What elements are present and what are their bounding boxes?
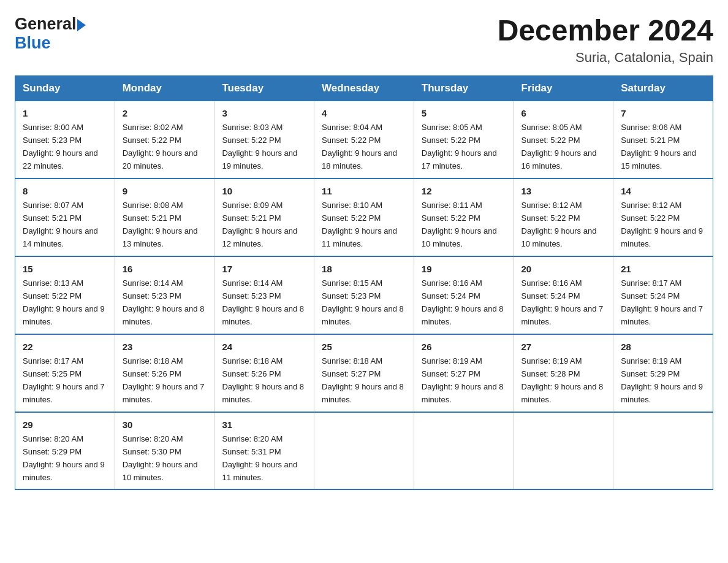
day-number: 3 [222,106,306,120]
day-daylight: Daylight: 9 hours and 9 minutes. [621,226,703,248]
calendar-week-row: 8Sunrise: 8:07 AMSunset: 5:21 PMDaylight… [15,178,713,256]
calendar-day-cell: 15Sunrise: 8:13 AMSunset: 5:22 PMDayligh… [15,256,115,334]
day-sunset: Sunset: 5:22 PM [123,136,181,145]
day-sunset: Sunset: 5:21 PM [23,213,82,223]
day-sunset: Sunset: 5:29 PM [23,447,82,456]
day-sunrise: Sunrise: 8:19 AM [422,356,482,366]
calendar-day-cell: 5Sunrise: 8:05 AMSunset: 5:22 PMDaylight… [414,101,514,178]
day-number: 4 [322,106,406,120]
day-sunrise: Sunrise: 8:07 AM [23,201,83,210]
day-sunrise: Sunrise: 8:04 AM [322,123,382,132]
calendar-day-cell: 13Sunrise: 8:12 AMSunset: 5:22 PMDayligh… [514,178,613,256]
day-number: 16 [123,262,207,276]
day-daylight: Daylight: 9 hours and 7 minutes. [621,304,703,326]
day-sunrise: Sunrise: 8:17 AM [621,278,681,288]
day-sunset: Sunset: 5:22 PM [422,136,480,145]
day-number: 23 [123,340,207,354]
day-daylight: Daylight: 9 hours and 9 minutes. [621,382,703,404]
calendar-day-cell: 30Sunrise: 8:20 AMSunset: 5:30 PMDayligh… [115,412,214,490]
day-sunset: Sunset: 5:31 PM [222,447,281,456]
calendar-day-cell: 25Sunrise: 8:18 AMSunset: 5:27 PMDayligh… [314,334,414,412]
calendar-day-cell: 9Sunrise: 8:08 AMSunset: 5:21 PMDaylight… [115,178,214,256]
calendar-day-cell: 1Sunrise: 8:00 AMSunset: 5:23 PMDaylight… [15,101,115,178]
day-sunrise: Sunrise: 8:09 AM [222,201,282,210]
day-number: 29 [23,418,107,432]
calendar-day-cell: 14Sunrise: 8:12 AMSunset: 5:22 PMDayligh… [613,178,713,256]
day-daylight: Daylight: 9 hours and 11 minutes. [222,460,297,482]
calendar-day-cell [514,412,613,490]
day-sunset: Sunset: 5:26 PM [222,369,281,378]
day-daylight: Daylight: 9 hours and 8 minutes. [521,382,604,404]
day-daylight: Daylight: 9 hours and 18 minutes. [322,148,397,170]
calendar-day-cell: 3Sunrise: 8:03 AMSunset: 5:22 PMDaylight… [214,101,314,178]
calendar-day-cell: 10Sunrise: 8:09 AMSunset: 5:21 PMDayligh… [214,178,314,256]
calendar-week-row: 22Sunrise: 8:17 AMSunset: 5:25 PMDayligh… [15,334,713,412]
col-monday: Monday [115,75,214,101]
logo-arrow-icon [77,19,86,31]
day-daylight: Daylight: 9 hours and 8 minutes. [422,382,504,404]
col-tuesday: Tuesday [214,75,314,101]
col-friday: Friday [514,75,613,101]
day-number: 18 [322,262,406,276]
day-sunset: Sunset: 5:21 PM [621,136,680,145]
calendar-day-cell: 24Sunrise: 8:18 AMSunset: 5:26 PMDayligh… [214,334,314,412]
day-number: 26 [422,340,506,354]
day-number: 5 [422,106,506,120]
day-daylight: Daylight: 9 hours and 7 minutes. [123,382,205,404]
day-number: 20 [521,262,606,276]
calendar-day-cell [314,412,414,490]
day-sunrise: Sunrise: 8:19 AM [521,356,582,366]
day-number: 8 [23,184,107,198]
day-sunset: Sunset: 5:23 PM [222,291,281,301]
calendar-day-cell: 28Sunrise: 8:19 AMSunset: 5:29 PMDayligh… [613,334,713,412]
day-sunset: Sunset: 5:24 PM [521,291,580,301]
day-daylight: Daylight: 9 hours and 16 minutes. [521,148,597,170]
day-sunset: Sunset: 5:26 PM [123,369,181,378]
day-sunset: Sunset: 5:22 PM [621,213,680,223]
day-sunset: Sunset: 5:21 PM [123,213,181,223]
day-sunrise: Sunrise: 8:14 AM [222,278,282,288]
calendar-day-cell: 2Sunrise: 8:02 AMSunset: 5:22 PMDaylight… [115,101,214,178]
day-sunrise: Sunrise: 8:18 AM [222,356,282,366]
day-sunrise: Sunrise: 8:11 AM [422,201,482,210]
day-sunrise: Sunrise: 8:12 AM [621,201,681,210]
calendar-day-cell [414,412,514,490]
day-daylight: Daylight: 9 hours and 7 minutes. [23,382,105,404]
day-sunrise: Sunrise: 8:05 AM [521,123,582,132]
calendar-table: Sunday Monday Tuesday Wednesday Thursday… [15,75,713,491]
day-sunrise: Sunrise: 8:20 AM [222,434,282,443]
day-daylight: Daylight: 9 hours and 20 minutes. [123,148,198,170]
day-sunrise: Sunrise: 8:03 AM [222,123,282,132]
day-daylight: Daylight: 9 hours and 12 minutes. [222,226,297,248]
day-number: 24 [222,340,306,354]
logo-blue-text: Blue [15,34,51,53]
day-sunrise: Sunrise: 8:14 AM [123,278,183,288]
day-sunset: Sunset: 5:30 PM [123,447,181,456]
calendar-day-cell: 31Sunrise: 8:20 AMSunset: 5:31 PMDayligh… [214,412,314,490]
day-sunset: Sunset: 5:23 PM [23,136,82,145]
day-sunset: Sunset: 5:27 PM [322,369,381,378]
day-sunrise: Sunrise: 8:08 AM [123,201,183,210]
day-number: 25 [322,340,406,354]
calendar-day-cell: 8Sunrise: 8:07 AMSunset: 5:21 PMDaylight… [15,178,115,256]
day-sunrise: Sunrise: 8:18 AM [123,356,183,366]
day-daylight: Daylight: 9 hours and 10 minutes. [422,226,497,248]
month-title: December 2024 [498,15,713,47]
calendar-day-cell: 20Sunrise: 8:16 AMSunset: 5:24 PMDayligh… [514,256,613,334]
calendar-day-cell: 16Sunrise: 8:14 AMSunset: 5:23 PMDayligh… [115,256,214,334]
day-sunset: Sunset: 5:23 PM [322,291,381,301]
title-section: December 2024 Suria, Catalonia, Spain [498,15,713,66]
day-sunrise: Sunrise: 8:15 AM [322,278,382,288]
calendar-day-cell: 6Sunrise: 8:05 AMSunset: 5:22 PMDaylight… [514,101,613,178]
col-wednesday: Wednesday [314,75,414,101]
logo: General Blue [15,15,86,53]
day-sunrise: Sunrise: 8:16 AM [521,278,582,288]
day-number: 6 [521,106,606,120]
day-daylight: Daylight: 9 hours and 17 minutes. [422,148,497,170]
day-number: 2 [123,106,207,120]
day-sunset: Sunset: 5:22 PM [322,213,381,223]
day-sunset: Sunset: 5:22 PM [322,136,381,145]
day-sunrise: Sunrise: 8:17 AM [23,356,83,366]
day-sunrise: Sunrise: 8:20 AM [123,434,183,443]
day-sunset: Sunset: 5:23 PM [123,291,181,301]
